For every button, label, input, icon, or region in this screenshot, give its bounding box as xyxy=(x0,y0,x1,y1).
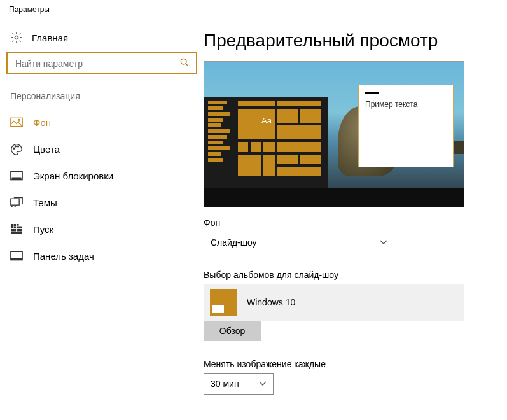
search-icon xyxy=(179,57,190,69)
folder-icon xyxy=(210,289,237,316)
chevron-down-icon xyxy=(259,380,267,388)
preview-sample-text: Пример текста xyxy=(365,100,447,109)
album-item[interactable]: Windows 10 xyxy=(204,284,464,321)
themes-icon xyxy=(10,197,23,208)
interval-label: Менять изображение каждые xyxy=(204,359,488,369)
svg-rect-16 xyxy=(11,229,16,232)
gear-icon xyxy=(10,32,23,43)
main-content: Предварительный просмотр xyxy=(204,19,507,395)
svg-rect-20 xyxy=(11,258,22,260)
interval-dropdown[interactable]: 30 мин xyxy=(204,373,274,395)
chevron-down-icon xyxy=(380,239,387,246)
sidebar-item-label: Панель задач xyxy=(33,251,94,262)
preview-aa: Aa xyxy=(261,116,272,125)
start-icon xyxy=(10,223,23,235)
sidebar-item-label: Цвета xyxy=(33,144,60,155)
sidebar-item-taskbar[interactable]: Панель задач xyxy=(6,242,197,269)
svg-point-7 xyxy=(17,146,18,147)
page-heading: Предварительный просмотр xyxy=(204,31,488,51)
sidebar-item-label: Темы xyxy=(33,197,57,208)
palette-icon xyxy=(10,143,23,155)
svg-rect-10 xyxy=(11,199,19,205)
svg-point-1 xyxy=(181,59,186,64)
section-title: Персонализация xyxy=(6,87,197,109)
sidebar-item-label: Экран блокировки xyxy=(33,171,113,181)
svg-rect-13 xyxy=(14,227,17,228)
background-value: Слайд-шоу xyxy=(211,237,257,248)
search-input-container[interactable] xyxy=(6,52,197,74)
svg-rect-14 xyxy=(17,224,19,226)
lockscreen-icon xyxy=(10,170,23,181)
sidebar-item-label: Пуск xyxy=(33,224,53,235)
picture-icon xyxy=(10,116,23,128)
window-title: Параметры xyxy=(0,0,507,19)
preview-window: Пример текста xyxy=(358,85,454,167)
interval-value: 30 мин xyxy=(211,379,239,389)
svg-point-4 xyxy=(18,119,20,121)
svg-point-5 xyxy=(13,148,15,149)
preview-pane: Aa Пример текста xyxy=(204,61,464,207)
svg-rect-15 xyxy=(17,227,22,229)
svg-rect-12 xyxy=(14,224,17,227)
sidebar: Главная Персонализация Фон xyxy=(0,19,204,395)
sidebar-item-start[interactable]: Пуск xyxy=(6,216,197,242)
svg-rect-17 xyxy=(17,229,22,232)
home-label: Главная xyxy=(32,32,68,43)
svg-point-0 xyxy=(15,36,18,39)
home-button[interactable]: Главная xyxy=(6,25,197,52)
svg-line-2 xyxy=(186,64,188,66)
background-dropdown[interactable]: Слайд-шоу xyxy=(204,232,394,253)
sidebar-item-colors[interactable]: Цвета xyxy=(6,136,197,162)
svg-rect-9 xyxy=(12,178,22,179)
svg-rect-11 xyxy=(11,224,13,228)
album-list: Windows 10 Обзор xyxy=(204,284,488,341)
sidebar-item-lockscreen[interactable]: Экран блокировки xyxy=(6,162,197,189)
album-name: Windows 10 xyxy=(247,297,295,307)
svg-rect-18 xyxy=(11,232,22,234)
search-input[interactable] xyxy=(14,58,179,69)
albums-label: Выбор альбомов для слайд-шоу xyxy=(204,270,488,280)
sidebar-item-label: Фон xyxy=(33,117,51,128)
browse-button[interactable]: Обзор xyxy=(204,321,261,341)
taskbar-icon xyxy=(10,250,23,262)
sidebar-item-themes[interactable]: Темы xyxy=(6,189,197,216)
svg-point-6 xyxy=(15,146,16,147)
sidebar-item-background[interactable]: Фон xyxy=(6,109,197,136)
background-label: Фон xyxy=(204,218,488,228)
